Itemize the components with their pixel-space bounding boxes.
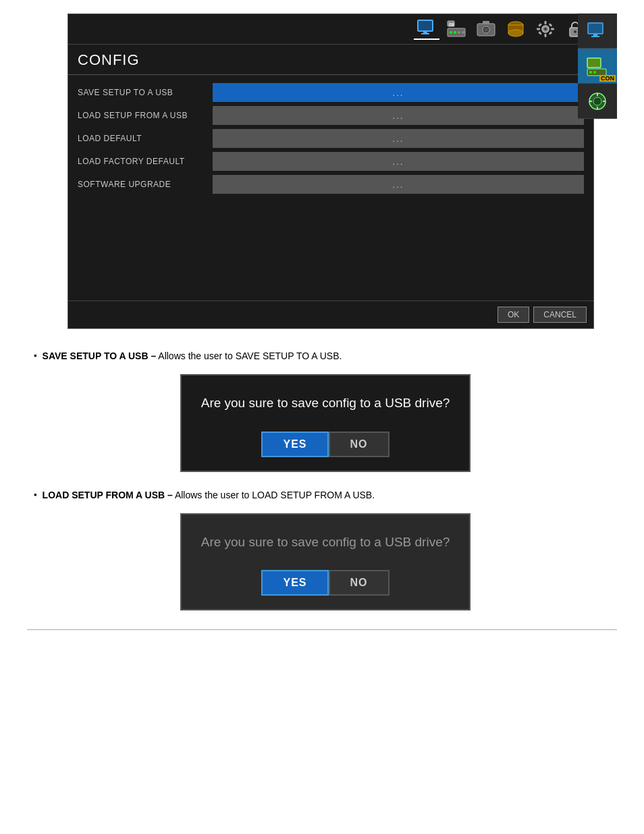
svg-point-18 — [544, 28, 547, 30]
svg-rect-0 — [418, 20, 433, 31]
svg-rect-22 — [551, 28, 554, 30]
bullet-item-load-usb: ▪ LOAD SETUP FROM A USB – Allows the use… — [34, 488, 617, 502]
svg-point-35 — [593, 71, 596, 74]
svg-rect-32 — [587, 58, 601, 68]
dialog-wrapper-2: Are you sure to save config to a USB dri… — [34, 513, 617, 611]
config-load-usb-btn[interactable]: ... — [213, 106, 584, 125]
con-badge: CON — [599, 75, 616, 82]
page-container: 08 — [0, 0, 644, 834]
bullet-item-save-usb: ▪ SAVE SETUP TO A USB – Allows the user … — [34, 349, 617, 363]
settings-icon[interactable] — [533, 18, 558, 40]
svg-point-8 — [458, 31, 460, 34]
config-row-label-software-upgrade: SOFTWARE UPGRADE — [78, 180, 213, 189]
svg-point-34 — [589, 71, 592, 74]
dialog-no-btn-1[interactable]: NO — [329, 432, 390, 457]
config-software-upgrade-btn[interactable]: ... — [213, 175, 584, 194]
bullet-text-load-usb: LOAD SETUP FROM A USB – Allows the user … — [43, 488, 375, 502]
network-icon[interactable]: 08 — [444, 18, 469, 40]
svg-rect-2 — [421, 33, 429, 34]
config-panel: 08 — [68, 14, 594, 329]
sidebar-top-icon[interactable] — [578, 14, 617, 49]
config-cancel-button[interactable]: CANCEL — [533, 307, 587, 323]
config-panel-wrapper: 08 — [27, 14, 617, 329]
dialog-yes-btn-1[interactable]: YES — [261, 432, 328, 457]
svg-point-6 — [450, 31, 452, 34]
svg-rect-31 — [591, 36, 599, 37]
dialog-wrapper-1: Are you sure to save config to a USB dri… — [34, 374, 617, 472]
bullet-bold-save-usb: SAVE SETUP TO A USB – — [43, 350, 157, 361]
config-ok-button[interactable]: OK — [498, 307, 529, 323]
svg-point-39 — [593, 97, 601, 105]
svg-rect-25 — [538, 31, 542, 35]
sidebar-icons: CON — [578, 14, 617, 119]
config-footer: OK CANCEL — [68, 301, 593, 328]
bullet-section: ▪ SAVE SETUP TO A USB – Allows the user … — [27, 349, 617, 610]
config-content: SAVE SETUP TO A USB ... LOAD SETUP FROM … — [68, 75, 593, 206]
bullet-bold-load-usb: LOAD SETUP FROM A USB – — [43, 490, 173, 500]
bullet-text-save-usb: SAVE SETUP TO A USB – Allows the user to… — [43, 349, 342, 363]
svg-rect-23 — [538, 23, 542, 27]
svg-point-16 — [508, 30, 523, 36]
svg-rect-24 — [549, 23, 553, 27]
storage-icon[interactable] — [503, 18, 529, 40]
svg-text:08: 08 — [449, 22, 454, 27]
config-load-factory-btn[interactable]: ... — [213, 152, 584, 171]
sidebar-con-icon[interactable]: CON — [578, 49, 617, 84]
svg-rect-29 — [588, 23, 603, 34]
svg-rect-19 — [545, 21, 547, 24]
config-title: CONFIG — [78, 51, 140, 68]
config-load-default-btn[interactable]: ... — [213, 129, 584, 148]
bullet-marker-1: ▪ — [34, 350, 37, 361]
monitor-icon[interactable] — [414, 18, 439, 40]
config-row-software-upgrade: SOFTWARE UPGRADE ... — [78, 175, 584, 194]
bullet-marker-2: ▪ — [34, 490, 37, 500]
dialog-box-2: Are you sure to save config to a USB dri… — [180, 513, 471, 611]
config-row-load-usb: LOAD SETUP FROM A USB ... — [78, 106, 584, 125]
config-row-label-save-usb: SAVE SETUP TO A USB — [78, 88, 213, 97]
config-row-label-load-usb: LOAD SETUP FROM A USB — [78, 111, 213, 120]
config-save-usb-btn[interactable]: ... — [213, 83, 584, 102]
svg-rect-26 — [549, 31, 553, 35]
config-row-save-usb: SAVE SETUP TO A USB ... — [78, 83, 584, 102]
config-row-load-default: LOAD DEFAULT ... — [78, 129, 584, 148]
bottom-rule — [27, 629, 617, 630]
svg-rect-1 — [423, 31, 427, 33]
svg-point-28 — [574, 30, 576, 33]
dialog-message-1: Are you sure to save config to a USB dri… — [198, 394, 453, 413]
dialog-buttons-1: YES NO — [198, 432, 453, 457]
config-row-label-load-default: LOAD DEFAULT — [78, 134, 213, 143]
config-bottom-spacer — [68, 206, 593, 301]
sidebar-bottom-icon[interactable] — [578, 84, 617, 119]
bullet-desc-save-usb: Allows the user to SAVE SETUP TO A USB. — [156, 350, 342, 361]
svg-point-12 — [484, 28, 488, 32]
svg-rect-20 — [545, 34, 547, 37]
config-title-bar: CONFIG — [68, 45, 593, 75]
svg-point-7 — [454, 31, 456, 34]
svg-rect-13 — [483, 21, 489, 24]
dialog-no-btn-2[interactable]: NO — [329, 570, 390, 596]
config-row-label-load-factory: LOAD FACTORY DEFAULT — [78, 157, 213, 166]
svg-point-9 — [462, 31, 464, 34]
svg-point-36 — [597, 71, 600, 74]
dialog-yes-btn-2[interactable]: YES — [261, 570, 328, 596]
svg-rect-21 — [537, 28, 540, 30]
svg-point-37 — [601, 71, 604, 74]
dialog-box-1: Are you sure to save config to a USB dri… — [180, 374, 471, 472]
bullet-desc-load-usb: Allows the user to LOAD SETUP FROM A USB… — [173, 490, 375, 500]
dialog-message-2: Are you sure to save config to a USB dri… — [198, 533, 453, 552]
dialog-buttons-2: YES NO — [198, 570, 453, 596]
camera-icon[interactable] — [473, 18, 499, 40]
config-toolbar: 08 — [68, 14, 593, 45]
config-row-load-factory: LOAD FACTORY DEFAULT ... — [78, 152, 584, 171]
svg-rect-30 — [593, 34, 597, 36]
